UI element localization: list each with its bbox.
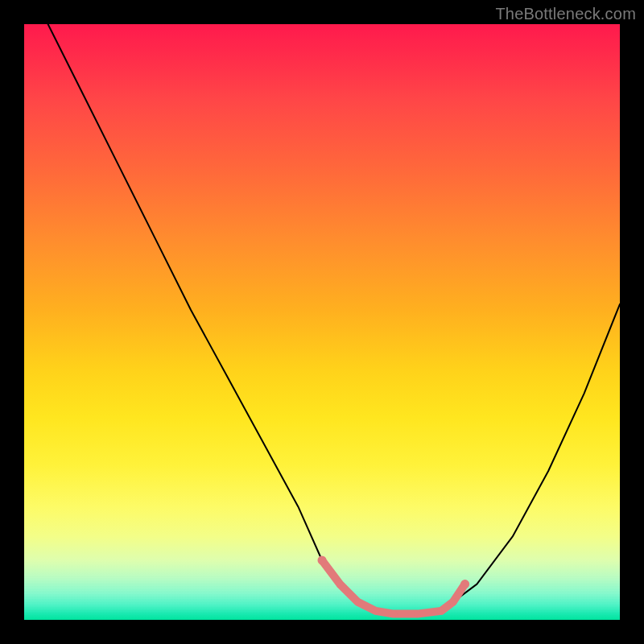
series-container [48, 24, 620, 617]
plot-area [24, 24, 620, 620]
series-highlight-band [322, 560, 465, 614]
highlight-bead [354, 598, 361, 605]
highlight-bead [449, 598, 456, 605]
highlight-bead [390, 610, 397, 617]
series-bottleneck-curve [48, 24, 620, 614]
watermark-text: TheBottleneck.com [495, 5, 636, 23]
curve-layer [24, 24, 620, 620]
highlight-bead [414, 610, 421, 617]
chart-frame: TheBottleneck.com [0, 0, 644, 644]
highlight-bead [372, 607, 379, 614]
highlight-end-dot [318, 556, 327, 565]
highlight-bead [336, 580, 344, 588]
highlight-bead [438, 607, 445, 614]
highlight-end-dot [460, 580, 469, 588]
